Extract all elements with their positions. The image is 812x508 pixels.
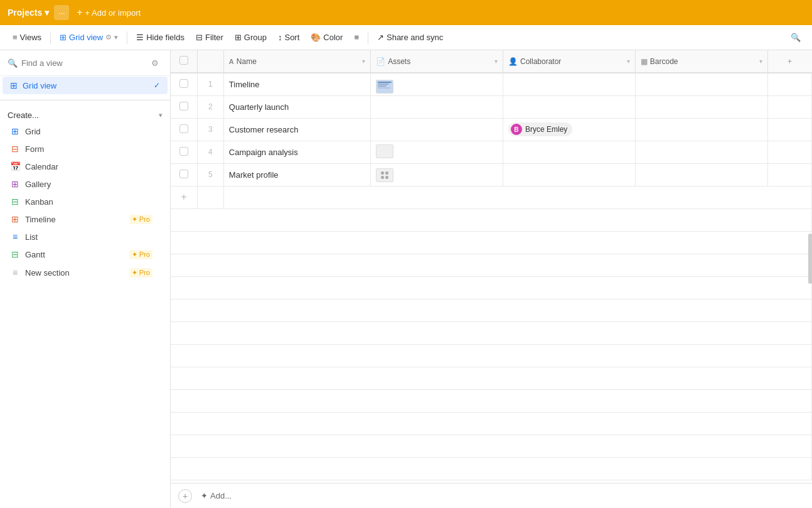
share-sync-label: Share and sync [387, 33, 443, 42]
new-section-button[interactable]: ≡ New section ✦ Pro + [3, 264, 168, 281]
new-section-label: New section [25, 268, 129, 278]
row3-checkbox[interactable] [179, 124, 188, 133]
row5-asset-cell[interactable] [371, 163, 503, 186]
add-record-button[interactable]: + [178, 489, 192, 503]
collaborator-col-label: Collaborator [520, 57, 561, 66]
row2-name-cell[interactable]: Quarterly launch [223, 95, 370, 118]
hide-fields-button[interactable]: ☰ Hide fields [131, 30, 190, 45]
toolbar: ≡ Views ⊞ Grid view ⚙ ▾ ☰ Hide fields ⊟ … [0, 25, 812, 50]
add-or-import-button[interactable]: + + Add or import [77, 7, 141, 18]
create-calendar-label: Calendar [25, 162, 155, 171]
row1-num: 1 [208, 80, 213, 89]
row2-num-cell: 2 [197, 95, 223, 118]
row5-checkbox[interactable] [179, 170, 188, 178]
collaborator-col-icon: 👤 [508, 57, 518, 66]
create-timeline-icon: ⊞ [10, 214, 20, 224]
row3-num: 3 [208, 125, 213, 134]
col-name: A Name ▾ [223, 50, 370, 73]
row1-asset-cell[interactable] [371, 73, 503, 95]
create-list-icon: ≡ [10, 232, 20, 242]
grid-view-chevron-icon: ▾ [114, 33, 118, 41]
hide-fields-label: Hide fields [146, 33, 184, 42]
row5-num: 5 [208, 170, 213, 179]
barcode-col-label: Barcode [650, 57, 678, 66]
table-row: 1 Timeline [171, 73, 812, 95]
add-plus-icon: + [77, 7, 82, 18]
expand-button[interactable]: ··· [54, 5, 69, 20]
color-icon: 🎨 [311, 33, 321, 42]
sort-button[interactable]: ↕ Sort [273, 30, 304, 45]
sidebar-create-grid[interactable]: ⊞ Grid + [3, 123, 168, 139]
sidebar-create-calendar[interactable]: 📅 Calendar + [3, 158, 168, 175]
table-wrapper: A Name ▾ 📄 Assets ▾ [171, 50, 812, 483]
add-more-button[interactable]: ✦ Add... [197, 489, 235, 503]
sidebar-item-grid-view[interactable]: ⊞ Grid view ✓ [3, 77, 168, 94]
row2-checkbox-cell[interactable] [171, 95, 197, 118]
group-label: Group [244, 33, 267, 42]
filter-button[interactable]: ⊟ Filter [191, 30, 228, 45]
row4-asset-cell[interactable] [371, 141, 503, 163]
create-chevron-icon: ▾ [159, 111, 163, 119]
expand-icon: ··· [58, 8, 65, 18]
col-add[interactable]: + [767, 50, 811, 73]
row1-checkbox[interactable] [179, 79, 188, 88]
create-section-header[interactable]: Create... ▾ [8, 111, 163, 120]
share-sync-button[interactable]: ↗ Share and sync [372, 30, 448, 45]
grid-view-sidebar-label: Grid view [23, 81, 154, 90]
row2-asset-cell [371, 95, 503, 118]
create-gantt-icon: ⊟ [10, 249, 20, 259]
toolbar-divider-3 [368, 31, 368, 44]
row1-barcode-cell [635, 73, 767, 95]
row3-checkbox-cell[interactable] [171, 118, 197, 141]
row4-checkbox-cell[interactable] [171, 141, 197, 163]
empty-row [171, 435, 812, 457]
project-title[interactable]: Projects ▾ [8, 8, 49, 18]
row5-num-cell: 5 [197, 163, 223, 186]
add-row-plus-cell[interactable]: + [171, 186, 197, 208]
grid-view-icon: ⊞ [60, 33, 67, 42]
row3-collaborator-cell[interactable]: B Bryce Emley [503, 118, 635, 141]
sidebar-create-form[interactable]: ⊟ Form + [3, 141, 168, 157]
color-button[interactable]: 🎨 Color [306, 30, 348, 45]
grid-view-button[interactable]: ⊞ Grid view ⚙ ▾ [55, 30, 123, 45]
share-icon: ↗ [377, 33, 384, 42]
assets-col-icon: 📄 [376, 57, 385, 66]
add-row-empty [197, 186, 223, 208]
views-button[interactable]: ≡ Views [8, 30, 46, 45]
row1-name-cell[interactable]: Timeline [223, 73, 370, 95]
sidebar-settings-button[interactable]: ⚙ [147, 55, 163, 70]
table-row: 2 Quarterly launch [171, 95, 812, 118]
row4-checkbox[interactable] [179, 147, 188, 156]
sidebar-create-list[interactable]: ≡ List + [3, 229, 168, 245]
empty-row [171, 367, 812, 389]
project-label: Projects [8, 8, 42, 18]
row1-collaborator-cell [503, 73, 635, 95]
empty-row [171, 299, 812, 322]
row5-name-cell[interactable]: Market profile [223, 163, 370, 186]
row-height-button[interactable]: ≡ [349, 30, 364, 45]
sidebar-search-input[interactable] [21, 58, 144, 68]
row5-checkbox-cell[interactable] [171, 163, 197, 186]
row2-checkbox[interactable] [179, 102, 188, 111]
add-row-name [223, 186, 811, 208]
search-button[interactable]: 🔍 [787, 29, 804, 46]
row1-checkbox-cell[interactable] [171, 73, 197, 95]
create-calendar-icon: 📅 [10, 161, 20, 171]
row1-asset-thumb [376, 80, 393, 94]
row5-asset-thumb [376, 168, 393, 182]
sidebar-create-timeline[interactable]: ⊞ Timeline ✦ Pro + [3, 211, 168, 227]
sidebar-create-kanban[interactable]: ⊟ Kanban + [3, 193, 168, 210]
group-button[interactable]: ⊞ Group [230, 30, 272, 45]
create-gantt-label: Gantt [25, 250, 129, 259]
add-more-icon: ✦ [201, 491, 208, 500]
sidebar-create-gantt[interactable]: ⊟ Gantt ✦ Pro + [3, 246, 168, 262]
row2-collaborator-cell [503, 95, 635, 118]
name-col-label: Name [237, 57, 257, 66]
row3-name-cell[interactable]: Customer research [223, 118, 370, 141]
row3-asset-cell [371, 118, 503, 141]
sidebar-search-icon: 🔍 [8, 58, 18, 68]
sidebar-create-gallery[interactable]: ⊞ Gallery + [3, 176, 168, 192]
add-more-label: Add... [210, 491, 232, 500]
header-checkbox[interactable] [179, 56, 188, 65]
row4-name-cell[interactable]: Campaign analysis [223, 141, 370, 163]
